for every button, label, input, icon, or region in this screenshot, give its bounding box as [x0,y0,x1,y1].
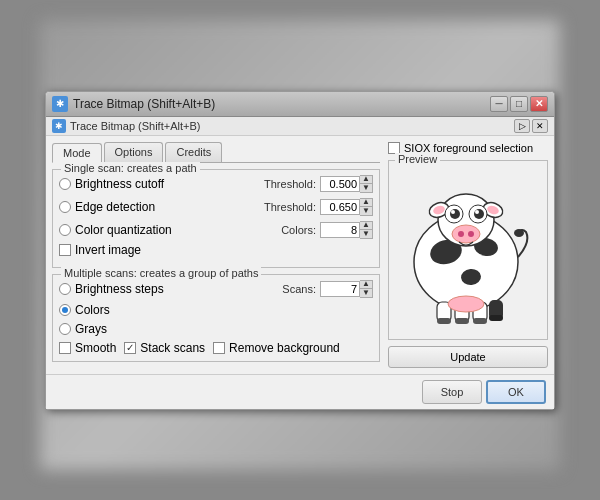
invert-row: Invert image [59,243,373,257]
title-buttons: ─ □ ✕ [490,96,548,112]
smooth-label: Smooth [75,341,116,355]
svg-rect-24 [473,318,487,324]
maximize-button[interactable]: □ [510,96,528,112]
scans-down-arrow[interactable]: ▼ [360,289,372,297]
brightness-spinbox: ▲ ▼ [320,175,373,193]
edge-arrows: ▲ ▼ [360,198,373,216]
scans-spinbox: ▲ ▼ [320,280,373,298]
svg-point-12 [474,209,484,219]
edge-detection-label: Edge detection [75,200,155,214]
svg-point-17 [468,231,474,237]
edge-down-arrow[interactable]: ▼ [360,207,372,215]
brightness-steps-row: Brightness steps Scans: ▲ ▼ [59,279,373,299]
invert-label: Invert image [75,243,141,257]
brightness-steps-radio[interactable] [59,283,71,295]
scans-label: Scans: [282,283,316,295]
sec-expand-button[interactable]: ▷ [514,119,530,133]
sec-toolbar-buttons: ▷ ✕ [514,119,548,133]
stack-checkbox[interactable]: ✓ [124,342,136,354]
svg-point-14 [475,210,479,214]
minimize-button[interactable]: ─ [490,96,508,112]
color-quant-label: Color quantization [75,223,172,237]
window-title: Trace Bitmap (Shift+Alt+B) [73,97,215,111]
invert-checkbox[interactable] [59,244,71,256]
multi-scan-label: Multiple scans: creates a group of paths [61,267,261,279]
colors-arrows: ▲ ▼ [360,221,373,239]
edge-detection-row: Edge detection Threshold: ▲ ▼ [59,197,373,217]
edge-input[interactable] [320,199,360,215]
stack-row: ✓ Stack scans [124,341,205,355]
preview-image [393,165,538,335]
svg-point-15 [452,225,480,243]
edge-detection-radio[interactable] [59,201,71,213]
grays-label: Grays [75,322,107,336]
brightness-threshold-label: Threshold: [264,178,316,190]
sec-toolbar: ✱ Trace Bitmap (Shift+Alt+B) ▷ ✕ [46,117,554,136]
colors-row: Colors [59,302,373,318]
scans-input[interactable] [320,281,360,297]
svg-point-11 [450,209,460,219]
single-scan-group: Single scan: creates a path Brightness c… [52,169,380,268]
sec-app-icon: ✱ [52,119,66,133]
title-bar: ✱ Trace Bitmap (Shift+Alt+B) ─ □ ✕ [46,92,554,117]
grays-radio[interactable] [59,323,71,335]
brightness-steps-label: Brightness steps [75,282,164,296]
remove-label: Remove background [229,341,340,355]
update-button[interactable]: Update [388,346,548,368]
svg-point-26 [514,229,524,237]
ok-button[interactable]: OK [486,380,546,404]
brightness-cutoff-label: Brightness cutoff [75,177,164,191]
tab-bar: Mode Options Credits [52,142,380,163]
multi-scan-group: Multiple scans: creates a group of paths… [52,274,380,362]
tab-credits[interactable]: Credits [165,142,222,162]
bottom-bar: Stop OK [46,374,554,409]
preview-box: Preview [388,160,548,340]
tab-mode[interactable]: Mode [52,143,102,163]
colors-radio[interactable] [59,304,71,316]
svg-point-16 [458,231,464,237]
brightness-cutoff-radio[interactable] [59,178,71,190]
right-panel: SIOX foreground selection Preview [388,142,548,368]
cow-illustration [401,172,531,327]
scans-arrows: ▲ ▼ [360,280,373,298]
tab-options[interactable]: Options [104,142,164,162]
brightness-arrows: ▲ ▼ [360,175,373,193]
svg-rect-22 [437,318,451,324]
main-dialog: ✱ Trace Bitmap (Shift+Alt+B) ─ □ ✕ ✱ Tra… [45,91,555,410]
colors-label: Colors: [281,224,316,236]
single-scan-label: Single scan: creates a path [61,162,200,174]
close-button[interactable]: ✕ [530,96,548,112]
color-quant-radio[interactable] [59,224,71,236]
preview-label: Preview [395,153,440,165]
content-area: Mode Options Credits Single scan: create… [46,136,554,374]
smooth-checkbox[interactable] [59,342,71,354]
color-quant-row: Color quantization Colors: ▲ ▼ [59,220,373,240]
sec-close-button[interactable]: ✕ [532,119,548,133]
app-icon: ✱ [52,96,68,112]
svg-rect-25 [489,315,503,321]
colors-option-label: Colors [75,303,110,317]
remove-checkbox[interactable] [213,342,225,354]
svg-rect-23 [455,318,469,324]
edge-spinbox: ▲ ▼ [320,198,373,216]
edge-threshold-label: Threshold: [264,201,316,213]
svg-point-13 [451,210,455,214]
left-panel: Mode Options Credits Single scan: create… [52,142,380,368]
colors-input[interactable] [320,222,360,238]
smooth-row: Smooth [59,341,116,355]
sec-title: Trace Bitmap (Shift+Alt+B) [70,120,200,132]
stop-button[interactable]: Stop [422,380,482,404]
brightness-cutoff-row: Brightness cutoff Threshold: ▲ ▼ [59,174,373,194]
brightness-down-arrow[interactable]: ▼ [360,184,372,192]
brightness-input[interactable] [320,176,360,192]
colors-down-arrow[interactable]: ▼ [360,230,372,238]
grays-row: Grays [59,321,373,337]
colors-spinbox: ▲ ▼ [320,221,373,239]
remove-row: Remove background [213,341,340,355]
stack-label: Stack scans [140,341,205,355]
svg-point-27 [448,296,484,312]
